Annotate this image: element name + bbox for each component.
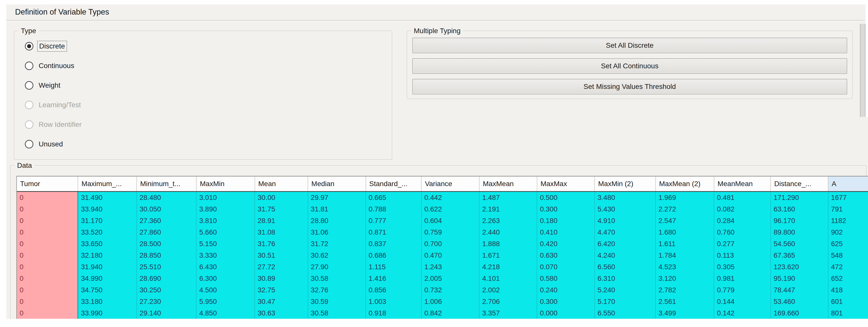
cell-distance[interactable]: 171.290	[771, 191, 828, 204]
column-header-standard[interactable]: Standard_...	[366, 177, 422, 191]
cell-tumor[interactable]: 0	[17, 203, 78, 215]
cell-standard[interactable]: 0.788	[366, 203, 422, 215]
column-header-a[interactable]: A	[828, 177, 868, 191]
cell-a[interactable]: 472	[828, 261, 868, 273]
set-all-discrete-button[interactable]: Set All Discrete	[412, 38, 847, 53]
cell-median[interactable]: 30.62	[308, 250, 366, 261]
cell-variance[interactable]: 0.842	[421, 307, 479, 319]
cell-maxmin-2[interactable]: 5.430	[595, 203, 656, 215]
cell-maxmax[interactable]: 0.630	[537, 250, 595, 261]
column-header-maxmin[interactable]: MaxMin	[196, 177, 255, 191]
cell-maxmean-2[interactable]: 1.969	[656, 191, 714, 204]
cell-maxmean[interactable]: 2.263	[479, 215, 537, 227]
cell-minimum-t[interactable]: 30.250	[136, 284, 196, 296]
cell-meanmean[interactable]: 0.760	[714, 227, 771, 238]
column-header-tumor[interactable]: Tumor	[17, 177, 78, 191]
cell-standard[interactable]: 0.686	[366, 250, 422, 261]
radio-circle-icon[interactable]	[25, 140, 33, 148]
cell-distance[interactable]: 78.447	[771, 284, 828, 296]
cell-a[interactable]: 625	[828, 238, 868, 250]
cell-maxmean-2[interactable]: 2.561	[656, 296, 714, 307]
column-header-variance[interactable]: Variance	[421, 177, 479, 191]
cell-maximum[interactable]: 31.170	[78, 215, 136, 227]
radio-option-weight[interactable]: Weight	[25, 80, 62, 91]
radio-option-continuous[interactable]: Continuous	[25, 60, 76, 71]
cell-maxmean-2[interactable]: 2.782	[656, 284, 714, 296]
cell-variance[interactable]: 0.442	[421, 191, 479, 204]
column-header-maxmax[interactable]: MaxMax	[537, 177, 595, 191]
cell-a[interactable]: 601	[828, 296, 868, 307]
cell-maxmin[interactable]: 5.150	[196, 238, 255, 250]
cell-maxmax[interactable]: 0.300	[537, 296, 595, 307]
cell-maximum[interactable]: 34.990	[78, 273, 136, 284]
column-header-median[interactable]: Median	[308, 177, 366, 191]
cell-maxmean[interactable]: 2.002	[479, 284, 537, 296]
data-grid[interactable]: TumorMaximum_...Minimum_t...MaxMinMeanMe…	[16, 176, 868, 319]
cell-maxmin[interactable]: 4.500	[196, 284, 255, 296]
cell-maxmin[interactable]: 6.430	[196, 261, 255, 273]
cell-maxmax[interactable]: 0.410	[537, 227, 595, 238]
cell-distance[interactable]: 169.660	[771, 307, 828, 319]
cell-meanmean[interactable]: 0.779	[714, 284, 771, 296]
cell-maxmean-2[interactable]: 1.611	[656, 238, 714, 250]
cell-maxmin-2[interactable]: 5.170	[595, 296, 656, 307]
cell-maxmin-2[interactable]: 5.240	[595, 284, 656, 296]
cell-median[interactable]: 30.58	[308, 307, 366, 319]
cell-a[interactable]: 902	[828, 227, 868, 238]
cell-minimum-t[interactable]: 27.230	[136, 296, 196, 307]
set-all-continuous-button[interactable]: Set All Continuous	[412, 58, 847, 74]
cell-median[interactable]: 27.90	[308, 261, 366, 273]
cell-maxmax[interactable]: 0.580	[537, 273, 595, 284]
cell-maxmin[interactable]: 5.660	[196, 227, 255, 238]
cell-tumor[interactable]: 0	[17, 227, 78, 238]
cell-meanmean[interactable]: 0.481	[714, 191, 771, 204]
cell-maxmin[interactable]: 4.850	[196, 307, 255, 319]
cell-maxmin-2[interactable]: 4.240	[595, 250, 656, 261]
cell-meanmean[interactable]: 0.082	[714, 203, 771, 215]
cell-tumor[interactable]: 0	[17, 284, 78, 296]
cell-mean[interactable]: 27.72	[255, 261, 308, 273]
cell-mean[interactable]: 31.75	[255, 203, 308, 215]
column-header-distance[interactable]: Distance_...	[771, 177, 828, 191]
radio-option-unused[interactable]: Unused	[25, 139, 65, 150]
cell-maxmean-2[interactable]: 3.120	[656, 273, 714, 284]
cell-distance[interactable]: 95.190	[771, 273, 828, 284]
cell-maxmax[interactable]: 0.420	[537, 238, 595, 250]
cell-a[interactable]: 418	[828, 284, 868, 296]
column-header-meanmean[interactable]: MeanMean	[714, 177, 771, 191]
cell-maxmean-2[interactable]: 1.784	[656, 250, 714, 261]
cell-maximum[interactable]: 33.180	[78, 296, 136, 307]
cell-tumor[interactable]: 0	[17, 261, 78, 273]
cell-meanmean[interactable]: 0.113	[714, 250, 771, 261]
cell-distance[interactable]: 89.800	[771, 227, 828, 238]
column-header-maxmean-2[interactable]: MaxMean (2)	[656, 177, 714, 191]
cell-tumor[interactable]: 0	[17, 273, 78, 284]
cell-maxmean[interactable]: 3.357	[479, 307, 537, 319]
cell-standard[interactable]: 0.918	[366, 307, 422, 319]
cell-minimum-t[interactable]: 27.860	[136, 227, 196, 238]
cell-standard[interactable]: 0.871	[366, 227, 422, 238]
cell-maxmin-2[interactable]: 6.420	[595, 238, 656, 250]
cell-maximum[interactable]: 31.940	[78, 261, 136, 273]
column-header-mean[interactable]: Mean	[255, 177, 308, 191]
cell-standard[interactable]: 0.665	[366, 191, 422, 204]
cell-median[interactable]: 30.58	[308, 273, 366, 284]
cell-mean[interactable]: 28.91	[255, 215, 308, 227]
cell-maxmean[interactable]: 1.487	[479, 191, 537, 204]
cell-a[interactable]: 1182	[828, 215, 868, 227]
cell-standard[interactable]: 0.837	[366, 238, 422, 250]
cell-maxmean[interactable]: 2.440	[479, 227, 537, 238]
cell-standard[interactable]: 0.777	[366, 215, 422, 227]
cell-maxmean[interactable]: 2.191	[479, 203, 537, 215]
cell-variance[interactable]: 0.759	[421, 227, 479, 238]
cell-minimum-t[interactable]: 28.500	[136, 238, 196, 250]
cell-tumor[interactable]: 0	[17, 250, 78, 261]
cell-standard[interactable]: 1.115	[366, 261, 422, 273]
cell-mean[interactable]: 30.47	[255, 296, 308, 307]
cell-maxmean-2[interactable]: 3.499	[656, 307, 714, 319]
cell-maxmin-2[interactable]: 6.560	[595, 261, 656, 273]
cell-distance[interactable]: 123.620	[771, 261, 828, 273]
cell-a[interactable]: 801	[828, 307, 868, 319]
cell-maxmean-2[interactable]: 2.272	[656, 203, 714, 215]
cell-maxmin-2[interactable]: 3.480	[595, 191, 656, 204]
